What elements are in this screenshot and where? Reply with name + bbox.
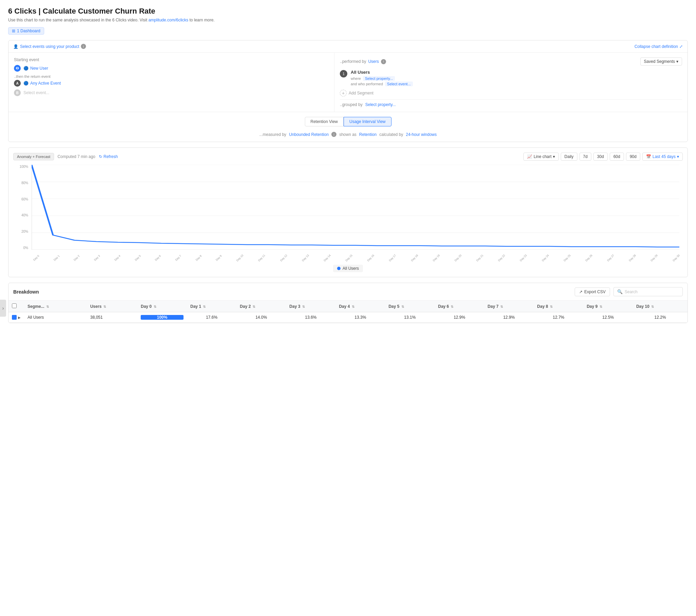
period-60d-button[interactable]: 60d xyxy=(610,153,624,161)
return-event-prefix: A xyxy=(14,80,21,86)
row-expand-button[interactable]: ▶ xyxy=(18,316,21,319)
return-event-row: A 🔵 Any Active Event xyxy=(14,80,329,86)
users-header[interactable]: Users ⇅ xyxy=(87,301,137,312)
breakdown-table: Segme... ⇅ Users ⇅ Day 0 ⇅ Day 1 xyxy=(9,301,687,323)
user-icon: 👤 xyxy=(13,44,18,49)
day8-cell: 12.7% xyxy=(534,312,584,323)
day1-cell: 17.6% xyxy=(187,312,237,323)
svg-point-1 xyxy=(17,67,18,68)
retention-link[interactable]: Retention xyxy=(359,132,377,137)
sort-icon: ⇅ xyxy=(450,305,453,309)
segment-where-row: where Select property... xyxy=(351,76,682,81)
computed-text: Computed 7 min ago xyxy=(58,154,95,159)
row-checkbox-cell: ▶ xyxy=(9,312,24,323)
period-90d-button[interactable]: 90d xyxy=(626,153,640,161)
period-daily-button[interactable]: Daily xyxy=(561,153,578,161)
segment-and-who-row: and who performed Select event... xyxy=(351,81,682,86)
legend-all-users[interactable]: All Users xyxy=(333,265,363,272)
sort-icon: ⇅ xyxy=(352,305,354,309)
row-controls: ▶ xyxy=(12,315,21,320)
new-user-event-icon xyxy=(14,65,21,72)
chart-svg xyxy=(32,165,679,250)
measure-info-icon[interactable]: i xyxy=(331,132,336,137)
left-panel: Starting event 🔵 New User ..then the ret… xyxy=(9,53,334,112)
period-30d-button[interactable]: 30d xyxy=(594,153,608,161)
day10-cell: 12.2% xyxy=(633,312,687,323)
sort-icon: ⇅ xyxy=(500,305,503,309)
day6-cell: 12.9% xyxy=(435,312,484,323)
sort-icon: ⇅ xyxy=(550,305,553,309)
segment-header[interactable]: Segme... ⇅ xyxy=(24,301,87,312)
calendar-icon: 📅 xyxy=(646,154,651,159)
retention-view-button[interactable]: Retention View xyxy=(305,117,344,126)
day3-cell: 13.6% xyxy=(286,312,336,323)
day3-header[interactable]: Day 3 ⇅ xyxy=(286,301,336,312)
performed-by-row: ..performed by Users i Saved Segments ▾ xyxy=(340,58,682,66)
measure-row: ...measured by Unbounded Retention i sho… xyxy=(9,129,687,142)
breakdown-actions: ↗ Export CSV 🔍 xyxy=(575,287,683,296)
table-row: ▶ All Users 38,051 100% 17.6% 14.0% 13.6… xyxy=(9,312,687,323)
info-icon[interactable]: i xyxy=(81,44,86,49)
right-panel: ..performed by Users i Saved Segments ▾ … xyxy=(334,53,687,112)
day1-header[interactable]: Day 1 ⇅ xyxy=(187,301,237,312)
refresh-button[interactable]: ↻ Refresh xyxy=(99,154,118,159)
table-header-row: Segme... ⇅ Users ⇅ Day 0 ⇅ Day 1 xyxy=(9,301,687,312)
day0-header[interactable]: Day 0 ⇅ xyxy=(137,301,187,312)
select-event-placeholder[interactable]: Select event... xyxy=(23,90,49,95)
day9-header[interactable]: Day 9 ⇅ xyxy=(583,301,633,312)
day5-header[interactable]: Day 5 ⇅ xyxy=(385,301,435,312)
table-wrap: Segme... ⇅ Users ⇅ Day 0 ⇅ Day 1 xyxy=(9,301,687,323)
chart-type-button[interactable]: 📈 Line chart ▾ xyxy=(523,153,559,161)
breakdown-title: Breakdown xyxy=(13,289,39,295)
select-event-button[interactable]: Select event... xyxy=(385,81,413,86)
unbounded-retention-link[interactable]: Unbounded Retention xyxy=(289,132,329,137)
starting-event-label: Starting event xyxy=(14,58,329,62)
any-active-event-button[interactable]: 🔵 Any Active Event xyxy=(23,81,61,85)
search-input-wrap: 🔍 xyxy=(613,287,683,296)
starting-event-row: 🔵 New User xyxy=(14,65,329,72)
collapse-icon: ⤢ xyxy=(679,44,683,49)
usage-interval-button[interactable]: Usage Interval View xyxy=(344,117,392,126)
amplitude-link[interactable]: amplitude.com/6clicks xyxy=(148,18,188,22)
anomaly-forecast-button[interactable]: Anomaly + Forecast xyxy=(13,153,54,160)
collapse-chart-link[interactable]: Collapse chart definition ⤢ xyxy=(634,44,683,49)
day0-value: 100% xyxy=(141,315,184,320)
users-link[interactable]: Users xyxy=(368,59,379,64)
sort-icon: ⇅ xyxy=(46,305,49,309)
segment-details: All Users where Select property... and w… xyxy=(351,70,682,87)
add-segment-icon: + xyxy=(340,90,347,96)
event-b-circle: B xyxy=(14,89,21,96)
day8-header[interactable]: Day 8 ⇅ xyxy=(534,301,584,312)
dashboard-icon: ⊞ xyxy=(12,29,15,33)
select-all-checkbox[interactable] xyxy=(12,303,17,308)
breakdown-section: Breakdown ↗ Export CSV 🔍 xyxy=(8,283,688,323)
sort-icon: ⇅ xyxy=(651,305,654,309)
day10-header[interactable]: Day 10 ⇅ xyxy=(633,301,687,312)
saved-segments-button[interactable]: Saved Segments ▾ xyxy=(640,58,682,66)
segment-cell: All Users xyxy=(24,312,87,323)
export-csv-button[interactable]: ↗ Export CSV xyxy=(575,287,610,296)
day6-header[interactable]: Day 6 ⇅ xyxy=(435,301,484,312)
line-chart-icon: 📈 xyxy=(527,154,532,159)
select-events-link[interactable]: 👤 Select events using your product i xyxy=(13,44,86,49)
legend-dot xyxy=(337,267,341,270)
sort-icon: ⇅ xyxy=(401,305,404,309)
search-input[interactable] xyxy=(624,289,679,294)
chart-area: 100% 80% 60% 40% 20% 0% xyxy=(17,165,679,260)
day2-header[interactable]: Day 2 ⇅ xyxy=(237,301,286,312)
period-7d-button[interactable]: 7d xyxy=(580,153,591,161)
new-user-event-button[interactable]: 🔵 New User xyxy=(23,66,48,71)
add-segment-button[interactable]: + Add Segment xyxy=(340,90,682,96)
performed-info-icon[interactable]: i xyxy=(381,59,386,64)
select-property-button[interactable]: Select property... xyxy=(363,76,395,81)
day2-cell: 14.0% xyxy=(237,312,286,323)
windows-link[interactable]: 24-hour windows xyxy=(406,132,437,137)
y-axis: 100% 80% 60% 40% 20% 0% xyxy=(17,165,30,250)
dashboard-badge[interactable]: ⊞ 1 Dashboard xyxy=(8,27,44,35)
sidebar-expand-arrow[interactable]: › xyxy=(0,300,6,317)
day7-header[interactable]: Day 7 ⇅ xyxy=(484,301,534,312)
grouped-by-select[interactable]: Select property... xyxy=(365,102,396,107)
date-range-button[interactable]: 📅 Last 45 days ▾ xyxy=(642,153,683,161)
chart-legend: All Users xyxy=(13,265,683,272)
day4-header[interactable]: Day 4 ⇅ xyxy=(335,301,385,312)
